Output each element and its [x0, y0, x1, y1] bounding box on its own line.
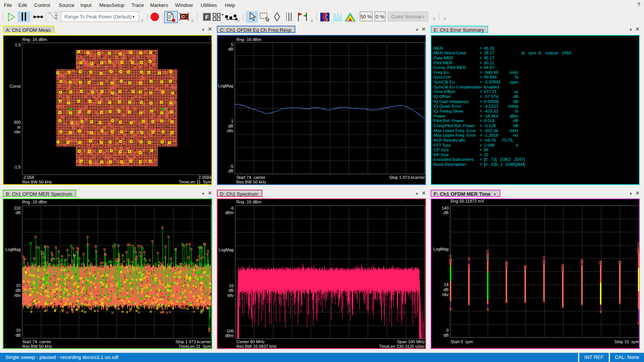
svg-text:CompPilot Rel. Power: CompPilot Rel. Power	[434, 123, 475, 128]
svg-text:=: =	[480, 85, 482, 89]
svg-text:5: 5	[231, 42, 233, 47]
svg-text:=: =	[480, 128, 482, 133]
svg-text:dB: dB	[16, 333, 21, 337]
svg-text:dB: dB	[228, 124, 233, 128]
svg-text:FFT Size: FFT Size	[434, 143, 451, 147]
svg-text:dB: dB	[444, 333, 449, 337]
svg-text:=: =	[480, 114, 482, 118]
svg-text:Enabled: Enabled	[484, 85, 499, 89]
svg-text:Res BW 50 kHz: Res BW 50 kHz	[236, 180, 266, 184]
svg-text:Power: Power	[434, 114, 446, 118]
svg-text:=: =	[480, 157, 482, 162]
svg-text:28.27: 28.27	[484, 51, 495, 55]
svg-text:Stop 10 sym: Stop 10 sym	[615, 339, 639, 344]
svg-text:-0.00943: -0.00943	[484, 80, 500, 84]
svg-text:Max Upper Freq. Error: Max Upper Freq. Error	[434, 133, 476, 138]
svg-text:ppm: ppm	[510, 80, 518, 84]
svg-text:Res BW 16.5837 kHz: Res BW 16.5837 kHz	[236, 344, 277, 349]
svg-text:IQ Quad. Error: IQ Quad. Error	[434, 104, 461, 108]
svg-text:Rng -16 dBm: Rng -16 dBm	[22, 200, 47, 204]
svg-text:TimeLen 11 Sym: TimeLen 11 Sym	[179, 344, 211, 349]
svg-text:=: =	[480, 70, 482, 75]
svg-text:0.018: 0.018	[484, 118, 495, 123]
svg-text:mdeg: mdeg	[508, 104, 518, 108]
svg-text:-5: -5	[229, 164, 233, 169]
svg-text:Freq Err: Freq Err	[434, 70, 449, 75]
svg-text:dB: dB	[229, 288, 234, 293]
svg-text:50.11: 50.11	[484, 61, 494, 65]
svg-text:Center 80 MHz: Center 80 MHz	[236, 339, 265, 344]
svg-text:dB: dB	[513, 123, 518, 128]
svg-text:=: =	[480, 89, 482, 94]
svg-text:IQ Gain Imbalance: IQ Gain Imbalance	[434, 99, 469, 104]
svg-text:-6: -6	[230, 206, 234, 210]
svg-text:MER: MER	[434, 46, 443, 51]
svg-text:Res BW 50 kHz: Res BW 50 kHz	[22, 180, 52, 184]
svg-text:us: us	[514, 89, 518, 94]
svg-text:=: =	[480, 94, 482, 99]
svg-text:Rng 50.11872 mV: Rng 50.11872 mV	[451, 199, 485, 203]
svg-text:=: =	[480, 109, 482, 113]
svg-text:Hz: Hz	[513, 133, 518, 138]
svg-text:=: =	[480, 162, 482, 167]
svg-text:dB: dB	[444, 287, 449, 292]
svg-text:Res BW 50 kHz: Res BW 50 kHz	[22, 344, 52, 349]
svg-text:/div: /div	[14, 293, 21, 298]
svg-text:LogMag: LogMag	[433, 247, 449, 251]
svg-text:-57.074: -57.074	[484, 94, 498, 99]
svg-text:IQ Timing Skew: IQ Timing Skew	[434, 109, 463, 113]
svg-text:dBm: dBm	[510, 114, 518, 118]
svg-text:300: 300	[14, 120, 21, 124]
svg-text:-0.139: -0.139	[484, 123, 496, 128]
svg-text:MER Worst Case: MER Worst Case	[434, 51, 466, 55]
svg-text:-69.70 -70.75;: -69.70 -70.75;	[484, 138, 514, 143]
svg-text:fs: fs	[515, 109, 518, 113]
svg-text:527.21: 527.21	[484, 89, 497, 94]
svg-text:Excluded Subcarriers: Excluded Subcarriers	[434, 157, 474, 162]
svg-text:dB: dB	[444, 210, 449, 215]
svg-text:110: 110	[14, 206, 21, 210]
svg-text:=: =	[480, 133, 482, 138]
svg-text:mHz: mHz	[510, 128, 518, 133]
svg-text:SymClk Err: SymClk Err	[434, 80, 455, 84]
svg-text:dB: dB	[16, 288, 21, 293]
svg-text:=: =	[480, 51, 482, 55]
svg-text:TimeLen 11 Sym: TimeLen 11 Sym	[179, 180, 211, 184]
svg-text:Rng -16 dBm: Rng -16 dBm	[22, 37, 47, 42]
svg-text:=: =	[480, 118, 482, 123]
svg-text:=: =	[480, 147, 482, 152]
svg-text:-106: -106	[225, 329, 234, 333]
svg-text:Span 100 MHz: Span 100 MHz	[397, 339, 425, 344]
svg-text:Start 74 carrier: Start 74 carrier	[22, 339, 51, 344]
svg-text:-18.364: -18.364	[484, 114, 498, 118]
svg-text:mHz: mHz	[510, 70, 518, 75]
svg-text:%: %	[515, 75, 518, 79]
svg-text:Data MER: Data MER	[434, 56, 453, 60]
svg-text:=: =	[480, 123, 482, 128]
svg-text:Stop 1.973 kcarrier: Stop 1.973 kcarrier	[389, 175, 425, 180]
svg-text:10: 10	[16, 328, 21, 333]
svg-text:LogMag: LogMag	[218, 247, 234, 252]
svg-text:RP Size: RP Size	[434, 152, 449, 157]
svg-text:LogMag: LogMag	[218, 84, 233, 88]
svg-text:dBm: dBm	[225, 210, 234, 215]
svg-text:TimeLen 230.3125 uSec: TimeLen 230.3125 uSec	[379, 344, 425, 349]
svg-text:Pilot MER: Pilot MER	[434, 61, 452, 65]
svg-text:Start 0 sym: Start 0 sym	[451, 339, 473, 344]
svg-text:10: 10	[16, 283, 21, 288]
svg-text:m: m	[17, 125, 21, 129]
svg-text:0: 0	[446, 328, 449, 333]
svg-text:=: =	[480, 75, 482, 79]
svg-text:LogMag: LogMag	[5, 247, 21, 252]
svg-text:=: =	[480, 143, 482, 147]
svg-text:-502.06: -502.06	[484, 128, 498, 133]
svg-text:Comp. Pilot MER: Comp. Pilot MER	[434, 65, 466, 70]
svg-text:=: =	[480, 99, 482, 104]
svg-text:10: 10	[229, 283, 234, 288]
svg-text:45.17: 45.17	[484, 56, 495, 60]
svg-text:=: =	[480, 61, 482, 65]
svg-text:=: =	[480, 80, 482, 84]
svg-text:45.30: 45.30	[484, 46, 495, 51]
svg-text:k: k	[516, 143, 519, 147]
svg-text:dB: dB	[513, 99, 518, 104]
